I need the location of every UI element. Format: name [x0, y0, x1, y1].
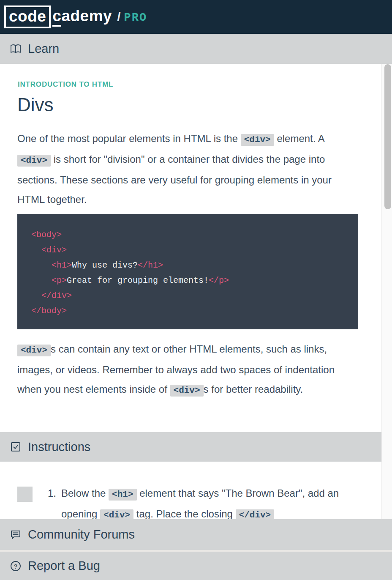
- logo-cademy-text: cademy: [52, 7, 112, 27]
- report-bug-button[interactable]: ? Report a Bug: [0, 552, 392, 580]
- lesson-paragraph: <div>s can contain any text or other HTM…: [17, 339, 360, 400]
- course-eyebrow: INTRODUCTION TO HTML: [18, 80, 113, 89]
- instructions-section-bar[interactable]: Instructions: [0, 432, 381, 462]
- book-icon: [9, 43, 22, 55]
- instruction-number: 1.: [48, 484, 56, 503]
- question-circle-icon: ?: [9, 560, 22, 572]
- checkbox-check-icon: [9, 440, 22, 453]
- task-checkbox[interactable]: [17, 487, 33, 502]
- code-example-block: <body> <div> <h1>Why use divs?</h1> <p>G…: [17, 214, 358, 329]
- lesson-paragraph: One of the most popular elements in HTML…: [17, 129, 360, 209]
- logo-code-box: code: [4, 5, 51, 28]
- scrollbar-track[interactable]: [381, 64, 392, 580]
- report-bug-label: Report a Bug: [28, 559, 100, 573]
- speech-bubble-icon: [9, 528, 22, 541]
- codecademy-logo[interactable]: code cademy / PRO: [4, 5, 147, 28]
- lesson-scroll-area: INTRODUCTION TO HTML Divs One of the mos…: [0, 64, 381, 580]
- pro-badge: PRO: [124, 10, 147, 24]
- learn-label: Learn: [28, 42, 59, 56]
- community-forums-label: Community Forums: [28, 528, 135, 542]
- learn-section-bar[interactable]: Learn: [0, 34, 392, 64]
- logo-separator: /: [117, 10, 120, 24]
- codecademy-lesson-page: code cademy / PRO Learn INTRODUCTION TO …: [0, 0, 392, 580]
- app-header: code cademy / PRO: [0, 0, 392, 34]
- community-forums-button[interactable]: Community Forums: [0, 519, 392, 550]
- svg-text:?: ?: [14, 563, 18, 569]
- page-title: Divs: [17, 94, 54, 115]
- instructions-label: Instructions: [28, 440, 90, 454]
- scrollbar-thumb[interactable]: [384, 64, 391, 209]
